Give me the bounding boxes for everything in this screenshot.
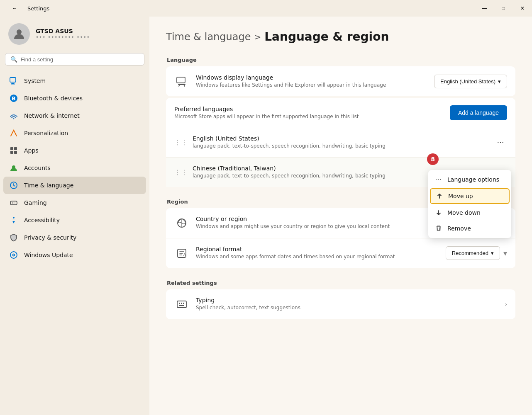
close-button[interactable]: ✕ <box>513 0 532 17</box>
lang1-options-button[interactable]: ··· <box>494 136 507 149</box>
sidebar-item-accessibility[interactable]: Accessibility <box>3 211 146 229</box>
titlebar-controls: — □ ✕ <box>475 0 532 17</box>
format-value: Recommended <box>452 250 488 256</box>
sidebar-item-gaming[interactable]: Gaming <box>3 194 146 211</box>
svg-rect-22 <box>179 303 180 304</box>
sidebar: GTSD ASUS ••• •••••••• •••• 🔍 System <box>0 17 149 415</box>
format-desc: Windows and some apps format dates and t… <box>196 253 446 260</box>
sidebar-item-apps[interactable]: Apps <box>3 142 146 159</box>
svg-point-6 <box>13 118 15 119</box>
app-body: GTSD ASUS ••• •••••••• •••• 🔍 System <box>0 17 532 415</box>
user-info: GTSD ASUS ••• •••••••• •••• <box>36 28 90 40</box>
minimize-button[interactable]: — <box>475 0 494 17</box>
svg-point-15 <box>13 217 15 218</box>
sidebar-item-bluetooth[interactable]: B Bluetooth & devices <box>3 90 146 107</box>
titlebar-title: Settings <box>27 5 49 12</box>
svg-point-0 <box>17 29 22 34</box>
related-card: Typing Spell check, autocorrect, text su… <box>166 289 515 319</box>
format-chevron-icon: ▾ <box>491 250 494 256</box>
gaming-icon <box>9 198 18 207</box>
sidebar-item-windows-update[interactable]: Windows Update <box>3 246 146 264</box>
lang1-desc: language pack, text-to-speech, speech re… <box>193 143 494 150</box>
bluetooth-label: Bluetooth & devices <box>24 95 83 102</box>
typing-chevron-icon: › <box>505 301 507 308</box>
display-language-card: Windows display language Windows feature… <box>166 66 515 96</box>
svg-rect-23 <box>181 303 182 304</box>
lang1-row: ⋮⋮ English (United States) language pack… <box>166 128 515 158</box>
user-profile: GTSD ASUS ••• •••••••• •••• <box>3 17 146 53</box>
country-desc: Windows and apps might use your country … <box>196 223 457 230</box>
move-down-label: Move down <box>447 209 481 216</box>
display-language-desc: Windows features like Settings and File … <box>196 82 434 89</box>
typing-row[interactable]: Typing Spell check, autocorrect, text su… <box>166 289 515 319</box>
svg-rect-2 <box>11 83 15 84</box>
svg-rect-24 <box>183 303 184 304</box>
lang2-drag-handle[interactable]: ⋮⋮ <box>174 168 188 176</box>
search-box[interactable]: 🔍 <box>5 53 144 66</box>
dropdown-chevron-icon: ▾ <box>498 78 501 85</box>
apps-icon <box>9 146 18 155</box>
preferred-languages-text: Preferred languages Microsoft Store apps… <box>174 106 450 120</box>
lang1-text: English (United States) language pack, t… <box>193 135 494 150</box>
maximize-button[interactable]: □ <box>494 0 513 17</box>
personalization-label: Personalization <box>24 130 68 136</box>
bluetooth-icon: B <box>9 94 18 103</box>
lang1-drag-handle[interactable]: ⋮⋮ <box>174 138 188 146</box>
remove-label: Remove <box>447 225 471 232</box>
typing-title: Typing <box>196 297 505 303</box>
svg-rect-8 <box>14 147 17 150</box>
svg-rect-1 <box>10 78 16 82</box>
typing-text: Typing Spell check, autocorrect, text su… <box>196 297 505 311</box>
apps-label: Apps <box>24 147 39 154</box>
user-name: GTSD ASUS <box>36 28 90 34</box>
context-menu-move-down[interactable]: Move down <box>428 205 511 221</box>
breadcrumb-current: Language & region <box>264 30 389 44</box>
context-menu-move-up[interactable]: Move up <box>430 188 510 204</box>
svg-rect-21 <box>177 301 186 308</box>
back-button[interactable]: ← <box>5 0 24 17</box>
avatar <box>8 23 30 45</box>
display-language-dropdown[interactable]: English (United States) ▾ <box>434 75 507 88</box>
lang1-name: English (United States) <box>193 135 494 142</box>
dots-icon: ··· <box>435 176 442 183</box>
arrow-down-icon <box>435 209 442 216</box>
format-title: Regional format <box>196 246 446 252</box>
language-section-label: Language <box>166 57 515 63</box>
titlebar: ← Settings — □ ✕ <box>0 0 532 17</box>
accessibility-icon <box>9 216 18 225</box>
user-email: ••• •••••••• •••• <box>36 34 90 40</box>
context-menu-remove[interactable]: Remove <box>428 221 511 236</box>
sidebar-item-network[interactable]: Network & internet <box>3 107 146 124</box>
display-language-icon <box>174 74 189 89</box>
sidebar-item-time-language[interactable]: Time & language <box>3 177 146 194</box>
preferred-languages-row: Preferred languages Microsoft Store apps… <box>166 98 515 128</box>
add-language-button[interactable]: Add a language <box>450 105 507 120</box>
update-icon <box>9 250 18 260</box>
preferred-languages-title: Preferred languages <box>174 106 450 112</box>
country-text: Country or region Windows and apps might… <box>196 216 457 230</box>
language-section: Language Windows display language <box>166 57 515 187</box>
context-menu-language-options[interactable]: ··· Language options <box>428 172 511 187</box>
svg-text:A: A <box>183 253 186 257</box>
related-section-label: Related settings <box>166 280 515 286</box>
sidebar-item-accounts[interactable]: Accounts <box>3 159 146 177</box>
time-language-label: Time & language <box>24 182 73 189</box>
network-label: Network & internet <box>24 112 80 119</box>
sidebar-item-system[interactable]: System <box>3 72 146 90</box>
breadcrumb-parent[interactable]: Time & language <box>166 31 251 43</box>
svg-rect-17 <box>177 77 185 83</box>
svg-point-16 <box>10 252 17 258</box>
format-dropdown[interactable]: Recommended ▾ <box>446 246 500 260</box>
format-expand-icon[interactable]: ▾ <box>503 249 507 257</box>
sidebar-item-personalization[interactable]: Personalization <box>3 124 146 142</box>
search-input[interactable] <box>21 56 139 63</box>
arrow-up-icon <box>436 192 443 200</box>
display-language-control: English (United States) ▾ <box>434 75 507 88</box>
breadcrumb: Time & language > Language & region <box>166 30 515 44</box>
titlebar-left: ← Settings <box>5 0 49 17</box>
sidebar-item-privacy[interactable]: Privacy & security <box>3 229 146 246</box>
privacy-label: Privacy & security <box>24 234 76 241</box>
svg-rect-13 <box>10 201 17 205</box>
svg-rect-25 <box>179 305 184 306</box>
network-icon <box>9 111 18 120</box>
